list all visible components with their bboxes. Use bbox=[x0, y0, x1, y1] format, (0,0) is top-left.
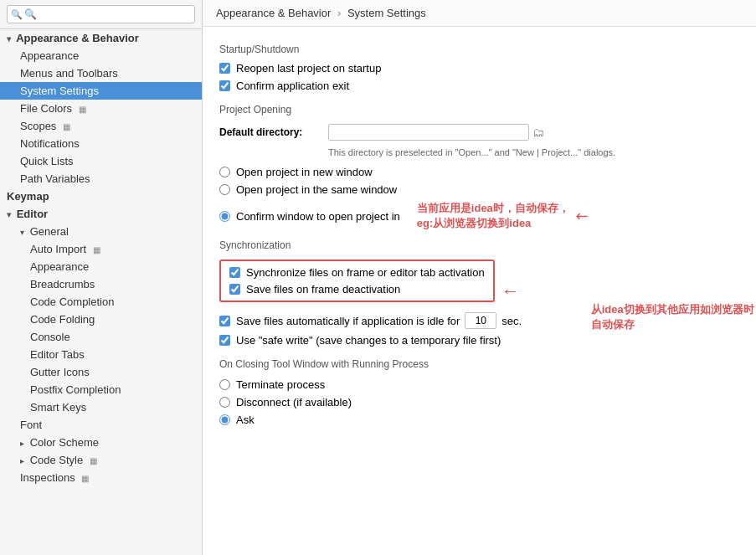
ask-label: Ask bbox=[236, 414, 255, 426]
settings-icon: ▦ bbox=[93, 245, 100, 254]
sidebar-item-path-variables[interactable]: Path Variables bbox=[0, 170, 202, 188]
settings-icon: ▦ bbox=[79, 105, 86, 114]
sidebar-item-editor[interactable]: ▾ Editor bbox=[0, 205, 202, 223]
project-opening-title: Project Opening bbox=[219, 104, 739, 116]
default-directory-label: Default directory: bbox=[219, 126, 320, 138]
reopen-row: Reopen last project on startup bbox=[219, 62, 739, 75]
sidebar-item-label: Quick Lists bbox=[20, 155, 74, 167]
sync-files-label: Synchronize files on frame or editor tab… bbox=[246, 266, 485, 279]
search-icon: 🔍 bbox=[11, 9, 23, 20]
annotation-text-2: 从idea切换到其他应用如浏览器时自动保存 bbox=[591, 302, 754, 332]
sync-section-title: Synchronization bbox=[219, 239, 739, 251]
sidebar-item-appearance-editor[interactable]: Appearance bbox=[0, 258, 202, 275]
sidebar-item-label: Appearance & Behavior bbox=[16, 32, 139, 44]
default-directory-input[interactable] bbox=[328, 124, 529, 141]
open-same-window-row: Open project in the same window bbox=[219, 183, 739, 196]
reopen-label: Reopen last project on startup bbox=[236, 62, 381, 75]
sidebar-item-appearance[interactable]: Appearance bbox=[0, 47, 202, 64]
confirm-open-radio[interactable] bbox=[219, 211, 230, 222]
sidebar-item-label: Gutter Icons bbox=[30, 366, 90, 378]
sync-files-checkbox[interactable] bbox=[229, 267, 240, 278]
open-same-window-label: Open project in the same window bbox=[236, 183, 397, 196]
sidebar-item-menus-toolbars[interactable]: Menus and Toolbars bbox=[0, 64, 202, 82]
expand-arrow: ▸ bbox=[20, 439, 24, 448]
sidebar-item-smart-keys[interactable]: Smart Keys bbox=[0, 398, 202, 416]
open-new-window-label: Open project in new window bbox=[236, 166, 373, 178]
sidebar-item-general[interactable]: ▾ General bbox=[0, 223, 202, 240]
sidebar-item-label: General bbox=[30, 225, 69, 238]
terminate-radio[interactable] bbox=[219, 379, 230, 390]
sidebar-item-breadcrumbs[interactable]: Breadcrumbs bbox=[0, 275, 202, 293]
settings-icon: ▦ bbox=[90, 456, 97, 465]
sidebar-item-inspections[interactable]: Inspections ▦ bbox=[0, 469, 202, 486]
save-deactivation-label: Save files on frame deactivation bbox=[246, 283, 400, 295]
sidebar-item-label: Appearance bbox=[20, 49, 79, 62]
sidebar-item-label: Appearance bbox=[30, 260, 89, 273]
sidebar-item-color-scheme[interactable]: ▸ Color Scheme bbox=[0, 434, 202, 451]
breadcrumb-part1: Appearance & Behavior bbox=[216, 7, 331, 19]
annotation-arrow-2: ← bbox=[501, 280, 520, 302]
sidebar-item-label: Auto Import bbox=[30, 243, 86, 255]
disconnect-radio[interactable] bbox=[219, 397, 230, 408]
sidebar-item-console[interactable]: Console bbox=[0, 328, 202, 346]
collapse-arrow: ▾ bbox=[7, 210, 11, 219]
disconnect-label: Disconnect (if available) bbox=[236, 396, 352, 409]
collapse-arrow: ▾ bbox=[7, 34, 11, 44]
sidebar-item-label: Font bbox=[20, 419, 42, 431]
sidebar-item-postfix-completion[interactable]: Postfix Completion bbox=[0, 381, 202, 398]
sidebar-item-auto-import[interactable]: Auto Import ▦ bbox=[0, 240, 202, 258]
settings-icon: ▦ bbox=[63, 122, 70, 131]
sidebar-item-code-style[interactable]: ▸ Code Style ▦ bbox=[0, 451, 202, 469]
sidebar-item-editor-tabs[interactable]: Editor Tabs bbox=[0, 346, 202, 363]
sidebar-item-label: Inspections bbox=[20, 471, 75, 484]
sidebar: 🔍 ▾ Appearance & Behavior Appearance Men… bbox=[0, 0, 203, 555]
open-same-window-radio[interactable] bbox=[219, 184, 230, 195]
save-deactivation-checkbox[interactable] bbox=[229, 284, 240, 295]
save-idle-label: Save files automatically if application … bbox=[236, 315, 460, 327]
sidebar-item-code-folding[interactable]: Code Folding bbox=[0, 311, 202, 328]
confirm-open-row: Confirm window to open project in 当前应用是i… bbox=[219, 201, 739, 231]
sidebar-item-code-completion[interactable]: Code Completion bbox=[0, 293, 202, 311]
breadcrumb-separator: › bbox=[337, 7, 341, 19]
sidebar-item-label: File Colors bbox=[20, 102, 72, 115]
app-container: 🔍 ▾ Appearance & Behavior Appearance Men… bbox=[0, 0, 756, 555]
safe-write-checkbox[interactable] bbox=[219, 335, 230, 346]
sidebar-item-system-settings[interactable]: System Settings bbox=[0, 82, 202, 100]
sidebar-item-keymap[interactable]: Keymap bbox=[0, 188, 202, 205]
sidebar-item-label: Scopes bbox=[20, 120, 56, 132]
sidebar-item-label: Breadcrumbs bbox=[30, 278, 95, 290]
sidebar-item-scopes[interactable]: Scopes ▦ bbox=[0, 117, 202, 135]
open-new-window-radio[interactable] bbox=[219, 167, 230, 177]
terminate-label: Terminate process bbox=[236, 378, 325, 391]
confirm-exit-checkbox[interactable] bbox=[219, 80, 230, 91]
sidebar-item-label: Editor Tabs bbox=[30, 348, 85, 361]
reopen-checkbox[interactable] bbox=[219, 63, 230, 74]
annotation-arrow-1: ↙ bbox=[571, 205, 593, 227]
sidebar-item-label: Notifications bbox=[20, 137, 80, 150]
sidebar-item-label: Keymap bbox=[7, 190, 49, 203]
idle-input[interactable] bbox=[465, 312, 496, 329]
hint-text: This directory is preselected in "Open..… bbox=[328, 147, 739, 157]
sidebar-item-quick-lists[interactable]: Quick Lists bbox=[0, 152, 202, 170]
sidebar-item-label: Menus and Toolbars bbox=[20, 67, 118, 80]
sync-files-row: Synchronize files on frame or editor tab… bbox=[229, 266, 485, 279]
open-new-window-row: Open project in new window bbox=[219, 166, 739, 178]
sidebar-item-label: Path Variables bbox=[20, 172, 90, 185]
collapse-arrow: ▾ bbox=[20, 228, 24, 237]
sidebar-item-label: Editor bbox=[17, 208, 49, 220]
sidebar-item-font[interactable]: Font bbox=[0, 416, 202, 434]
safe-write-label: Use "safe write" (save changes to a temp… bbox=[236, 334, 501, 347]
ask-radio[interactable] bbox=[219, 414, 230, 425]
save-idle-checkbox[interactable] bbox=[219, 316, 230, 326]
safe-write-row: Use "safe write" (save changes to a temp… bbox=[219, 334, 739, 347]
sidebar-item-label: Code Style bbox=[30, 454, 84, 466]
sidebar-item-notifications[interactable]: Notifications bbox=[0, 135, 202, 152]
search-input[interactable] bbox=[7, 5, 195, 23]
folder-icon: 🗂 bbox=[532, 126, 544, 139]
annotation-text-1: 当前应用是idea时，自动保存，eg:从浏览器切换到idea bbox=[417, 201, 569, 231]
sidebar-item-file-colors[interactable]: File Colors ▦ bbox=[0, 100, 202, 117]
default-directory-row: Default directory: 🗂 bbox=[219, 124, 739, 141]
sidebar-item-gutter-icons[interactable]: Gutter Icons bbox=[0, 363, 202, 381]
sidebar-item-appearance-behavior[interactable]: ▾ Appearance & Behavior bbox=[0, 29, 202, 47]
main-content: Appearance & Behavior › System Settings … bbox=[203, 0, 756, 555]
